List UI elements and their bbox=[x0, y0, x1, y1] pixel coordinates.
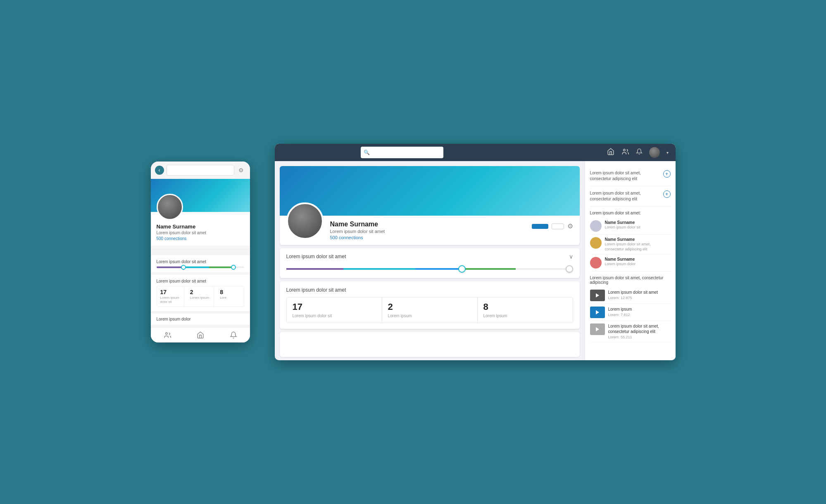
mobile-stat-desc-1: Lorem ipsum dolor sit bbox=[160, 296, 181, 304]
mobile-slider-track[interactable] bbox=[157, 266, 244, 268]
main-scene: ‹ ⚙ Name Surname Lorem ipsum dolor sit a… bbox=[134, 127, 692, 377]
mobile-slider-label: Lorem ipsum dolor sit amet bbox=[157, 259, 244, 264]
play-icon-3 bbox=[596, 327, 599, 331]
connect-button[interactable] bbox=[532, 224, 548, 229]
back-button[interactable]: ‹ bbox=[155, 166, 164, 175]
sidebar-video-info-2: Lorem ipsum Lorem: 7.612 bbox=[608, 307, 632, 317]
desktop-profile-text: Name Surname Lorem ipsum dolor sit amet … bbox=[330, 221, 385, 240]
desktop-mockup: 🔍 bbox=[275, 144, 676, 360]
sidebar-person-avatar-2 bbox=[590, 237, 602, 249]
sidebar-person-3: Name Surname Lorem ipsum dolor bbox=[590, 254, 671, 271]
desktop-user-avatar[interactable] bbox=[649, 147, 660, 158]
desktop-slider-wrap bbox=[286, 265, 573, 273]
sidebar-person-1: Name Surname Lorem ipsum dolor sit bbox=[590, 218, 671, 235]
sidebar-video-info-3: Lorem ipsum dolor sit amet, consectetur … bbox=[608, 323, 671, 339]
mobile-cover-photo bbox=[151, 179, 250, 212]
sidebar-item-1: Lorem ipsum dolor sit amet, consectetur … bbox=[590, 166, 671, 186]
sidebar-section2-title: Lorem ipsum dolor sit amet, consectetur … bbox=[590, 276, 671, 285]
mobile-stat-num-1: 17 bbox=[160, 289, 181, 295]
sidebar-video-1: Lorem ipsum dolor sit amet Lorem: 12.875 bbox=[590, 287, 671, 304]
sidebar-video-views-3: Lorem: 55.211 bbox=[608, 335, 671, 339]
desktop-profile-connections[interactable]: 500 connections bbox=[330, 235, 385, 240]
slider-segment-4 bbox=[458, 268, 516, 270]
sidebar-video-views-1: Lorem: 12.875 bbox=[608, 296, 658, 300]
desktop-stat-desc-1: Lorem ipsum dolor sit bbox=[293, 313, 376, 319]
sidebar-person-avatar-3 bbox=[590, 257, 602, 269]
mobile-search-input[interactable] bbox=[167, 165, 234, 176]
mobile-slider-fill1 bbox=[157, 266, 183, 268]
mobile-slider-thumb1[interactable] bbox=[181, 265, 186, 270]
svg-point-0 bbox=[165, 333, 167, 335]
desktop-people-icon[interactable] bbox=[621, 148, 629, 157]
profile-gear-button[interactable]: ⚙ bbox=[567, 222, 573, 230]
mobile-avatar bbox=[157, 194, 183, 220]
desktop-stat-2: 2 Lorem ipsum bbox=[382, 297, 478, 323]
sidebar-person-name-1: Name Surname bbox=[605, 220, 640, 225]
mobile-topbar: ‹ ⚙ bbox=[151, 162, 250, 179]
sidebar-video-views-2: Lorem: 7.612 bbox=[608, 313, 632, 317]
sidebar-person-name-3: Name Surname bbox=[605, 257, 636, 262]
sidebar-person-desc-3: Lorem ipsum dolor bbox=[605, 262, 636, 267]
desktop-collapsible-section: Lorem ipsum dolor sit amet ∨ bbox=[280, 248, 580, 278]
slider-segment-1 bbox=[286, 268, 344, 270]
sidebar-plus-1[interactable]: + bbox=[663, 170, 671, 178]
desktop-profile-avatar bbox=[286, 202, 324, 240]
desktop-bell-icon[interactable] bbox=[636, 148, 643, 157]
mobile-nav-bell[interactable] bbox=[229, 331, 238, 339]
desktop-search-input[interactable] bbox=[361, 147, 443, 158]
slider-thumb-2[interactable] bbox=[566, 265, 573, 273]
mobile-slider-fill3 bbox=[209, 266, 231, 268]
mobile-slider-thumb2[interactable] bbox=[231, 265, 236, 270]
desktop-main: Name Surname Lorem ipsum dolor sit amet … bbox=[275, 161, 585, 360]
sidebar-person-desc-2: Lorem ipsum dolor sit amet, consectetur … bbox=[605, 242, 671, 252]
desktop-stat-3: 8 Lorem ipsum bbox=[478, 297, 573, 323]
slider-segment-2 bbox=[343, 268, 415, 270]
desktop-home-icon[interactable] bbox=[607, 148, 614, 157]
desktop-stat-num-2: 2 bbox=[388, 302, 471, 312]
sidebar-person-avatar-1 bbox=[590, 220, 602, 232]
mobile-mockup: ‹ ⚙ Name Surname Lorem ipsum dolor sit a… bbox=[151, 162, 250, 342]
collapsible-arrow-icon[interactable]: ∨ bbox=[569, 253, 573, 260]
mobile-stats-label: Lorem ipsum dolor sit amet bbox=[157, 279, 244, 283]
sidebar-person-name-2: Name Surname bbox=[605, 237, 671, 242]
mobile-section2: Lorem ipsum dolor bbox=[151, 314, 250, 325]
svg-point-1 bbox=[624, 149, 626, 151]
sidebar-video-info-1: Lorem ipsum dolor sit amet Lorem: 12.875 bbox=[608, 290, 658, 300]
mobile-nav-home[interactable] bbox=[196, 331, 205, 339]
mobile-slider-section: Lorem ipsum dolor sit amet bbox=[151, 255, 250, 272]
mobile-nav-people[interactable] bbox=[163, 331, 171, 339]
sidebar-item-2-text: Lorem ipsum dolor sit amet, consectetur … bbox=[590, 190, 661, 202]
sidebar-video-title-3: Lorem ipsum dolor sit amet, consectetur … bbox=[608, 323, 671, 334]
message-button[interactable] bbox=[552, 223, 564, 229]
desktop-collapsible-header: Lorem ipsum dolor sit amet ∨ bbox=[286, 253, 573, 260]
desktop-body: Name Surname Lorem ipsum dolor sit amet … bbox=[275, 161, 676, 360]
play-icon-2 bbox=[596, 310, 599, 314]
mobile-slider-fill2 bbox=[183, 266, 209, 268]
sidebar-plus-2[interactable]: + bbox=[663, 190, 671, 198]
sidebar-person-info-1: Name Surname Lorem ipsum dolor sit bbox=[605, 220, 640, 230]
slider-segment-5 bbox=[516, 268, 573, 270]
desktop-profile-title: Lorem ipsum dolor sit amet bbox=[330, 229, 385, 234]
desktop-search-wrap: 🔍 bbox=[361, 147, 443, 158]
play-icon-1 bbox=[596, 293, 599, 297]
desktop-stats-label: Lorem ipsum dolor sit amet bbox=[286, 287, 573, 293]
desktop-stats-card: Lorem ipsum dolor sit amet 17 Lorem ipsu… bbox=[280, 281, 580, 329]
desktop-slider-track[interactable] bbox=[286, 268, 573, 270]
mobile-gear-icon[interactable]: ⚙ bbox=[237, 166, 246, 175]
sidebar-video-2: Lorem ipsum Lorem: 7.612 bbox=[590, 304, 671, 321]
collapsible-label: Lorem ipsum dolor sit amet bbox=[286, 254, 346, 259]
desktop-dropdown-chevron[interactable]: ▾ bbox=[667, 150, 669, 155]
slider-segment-3 bbox=[415, 268, 458, 270]
sidebar-video-thumb-2[interactable] bbox=[590, 307, 605, 318]
mobile-stat-desc-3: Lore bbox=[220, 296, 240, 300]
mobile-stat-3: 8 Lore bbox=[217, 286, 243, 306]
mobile-stat-2: 2 Lorem ipsum bbox=[187, 286, 214, 306]
desktop-stats-grid: 17 Lorem ipsum dolor sit 2 Lorem ipsum 8… bbox=[286, 297, 573, 323]
sidebar-video-thumb-3[interactable] bbox=[590, 323, 605, 335]
sidebar-video-thumb-1[interactable] bbox=[590, 290, 605, 301]
mobile-connections[interactable]: 500 connections bbox=[157, 236, 244, 241]
sidebar-person-2: Name Surname Lorem ipsum dolor sit amet,… bbox=[590, 235, 671, 254]
mobile-bottombar bbox=[151, 327, 250, 342]
sidebar-person-info-2: Name Surname Lorem ipsum dolor sit amet,… bbox=[605, 237, 671, 252]
slider-thumb-1[interactable] bbox=[458, 265, 466, 273]
